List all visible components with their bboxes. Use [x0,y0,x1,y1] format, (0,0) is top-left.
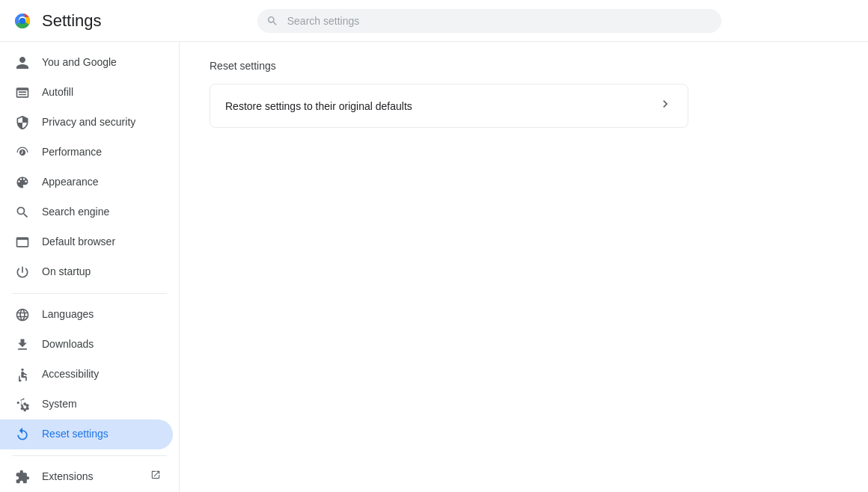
shield-icon [15,115,30,130]
sidebar-item-performance[interactable]: Performance [0,138,173,167]
sidebar-item-autofill-label: Autofill [42,85,161,100]
autofill-icon [15,85,30,100]
content-area: Reset settings Restore settings to their… [180,42,868,492]
sidebar-item-extensions[interactable]: Extensions [0,462,173,492]
sidebar-item-languages[interactable]: Languages [0,300,173,330]
reset-settings-card: Restore settings to their original defau… [210,84,688,128]
search-nav-icon [15,205,30,220]
sidebar-item-accessibility[interactable]: Accessibility [0,360,173,390]
accessibility-icon [15,367,30,382]
search-input[interactable] [257,9,721,33]
sidebar-item-privacy-label: Privacy and security [42,115,161,130]
chrome-logo-icon [12,10,33,31]
globe-icon [15,307,30,322]
sidebar-divider-2 [12,455,167,456]
header: Settings [0,0,868,42]
sidebar-divider-1 [12,293,167,294]
sidebar-item-on-startup-label: On startup [42,265,161,280]
browser-icon [15,235,30,250]
sidebar-item-system-label: System [42,397,161,412]
sidebar-item-system[interactable]: System [0,390,173,419]
sidebar-item-search-engine[interactable]: Search engine [0,197,173,227]
restore-settings-row[interactable]: Restore settings to their original defau… [210,84,688,127]
palette-icon [15,175,30,190]
external-link-icon [150,470,161,485]
sidebar-item-appearance-label: Appearance [42,175,161,190]
page-title: Settings [42,11,102,31]
sidebar: You and Google Autofill Privacy and secu… [0,42,180,492]
system-icon [15,397,30,412]
svg-point-4 [21,369,23,371]
person-icon [15,55,30,70]
sidebar-item-you-and-google[interactable]: You and Google [0,48,173,78]
sidebar-item-reset-settings-label: Reset settings [42,427,161,442]
extensions-icon [15,470,30,485]
sidebar-item-downloads[interactable]: Downloads [0,330,173,360]
section-title: Reset settings [210,60,838,72]
sidebar-item-extensions-label: Extensions [42,470,135,485]
sidebar-item-on-startup[interactable]: On startup [0,257,173,287]
sidebar-item-reset-settings[interactable]: Reset settings [0,419,173,449]
power-icon [15,265,30,280]
sidebar-item-privacy[interactable]: Privacy and security [0,108,173,138]
reset-icon [15,427,30,442]
sidebar-item-accessibility-label: Accessibility [42,367,161,382]
chevron-right-icon [658,96,673,115]
performance-icon [15,145,30,160]
download-icon [15,337,30,352]
svg-point-3 [19,18,25,24]
main-layout: You and Google Autofill Privacy and secu… [0,42,868,492]
sidebar-item-default-browser[interactable]: Default browser [0,227,173,257]
sidebar-item-autofill[interactable]: Autofill [0,78,173,108]
sidebar-item-performance-label: Performance [42,145,161,160]
sidebar-item-default-browser-label: Default browser [42,235,161,250]
sidebar-item-search-engine-label: Search engine [42,205,161,220]
sidebar-item-languages-label: Languages [42,307,161,322]
sidebar-item-downloads-label: Downloads [42,337,161,352]
sidebar-item-appearance[interactable]: Appearance [0,167,173,197]
search-icon [266,15,278,27]
search-bar [257,9,721,33]
sidebar-item-you-and-google-label: You and Google [42,55,161,70]
restore-settings-label: Restore settings to their original defau… [225,100,412,112]
